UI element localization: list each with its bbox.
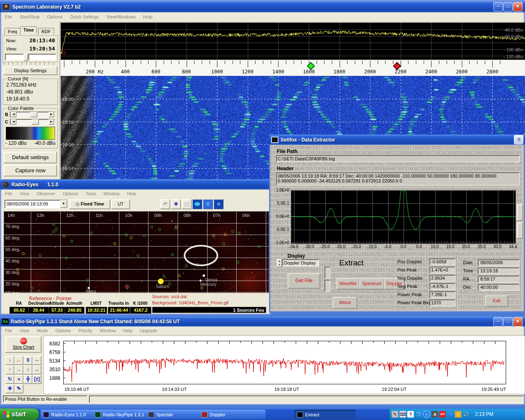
time-slider-thumb[interactable] [23,54,28,61]
display-mode-select[interactable]: Doppler Display [282,259,319,266]
menu-item-file[interactable]: File [1,13,16,21]
camera-icon[interactable] [431,411,438,418]
menu-item-help[interactable]: Help [123,190,140,197]
menu-item-priority[interactable]: Priority [75,327,96,334]
exit-button[interactable]: Exit [485,295,508,307]
task-button-doppler[interactable]: Doppler [199,410,265,419]
skypipe-minimize-button[interactable]: – [493,317,503,326]
scroll-left-icon[interactable]: ← [14,356,23,365]
menu-item-options[interactable]: Options [59,190,82,197]
skypipe-titlebar[interactable]: SA Radio-SkyPipe 1.3.1 Stand Alone New C… [0,317,525,326]
ut-button[interactable]: UT [111,199,130,209]
display-icon[interactable]: ❐ [415,411,422,418]
palette-b-slider[interactable]: ◄ ► [10,112,55,118]
menu-item-observer[interactable]: Observer [33,190,59,197]
stop-chart-button[interactable]: STOP Stop Chart [5,336,41,353]
undo-view-button[interactable]: ↶ [160,199,170,209]
globe-grid-button[interactable]: ⊕ [214,199,224,209]
menu-item-options[interactable]: Options [52,327,75,334]
volume-icon[interactable]: 🔊 [463,411,469,418]
scroll-right-icon[interactable]: → [14,365,23,374]
beam-ellipse-button[interactable] [192,199,202,209]
select-region-button[interactable]: ▢️ [182,199,192,209]
compress-horizontal-icon[interactable]: ↔ [32,365,41,374]
display-spinner[interactable]: ▲ ▼ [277,259,281,267]
display-slider-bottom[interactable] [324,280,330,292]
scroll-up-icon[interactable]: ↑ [5,365,14,374]
minimize-button[interactable]: – [493,2,503,11]
task-button-radio-eyes-1-1-0[interactable]: Radio-Eyes 1.1.0 [41,410,96,419]
scroll-down-icon[interactable]: ↓ [5,356,14,365]
chevron-down-icon[interactable]: ▼ [60,200,67,208]
datetime-select[interactable]: 08/05/2006 18:13:09 ▼ [5,200,68,208]
get-file-button[interactable]: Get File [288,273,320,289]
sky-map[interactable]: 14h13h12h11h10h09h08h07h06h70 deg.60 deg… [4,211,269,293]
menu-item-options[interactable]: Options [43,13,66,21]
source-list-button[interactable]: ☰ [203,199,213,209]
skypipe-close-button[interactable]: ✕ [513,317,523,326]
wavefile-button[interactable]: Wavefile [336,278,360,290]
voice-icon[interactable]: ✎ [392,411,398,418]
replot-icon[interactable]: ↻ [5,375,14,384]
pan-crosshair-button[interactable]: ✥ [171,199,181,209]
menu-item-window[interactable]: Window [96,327,119,334]
menu-item-start-stop[interactable]: Start/Stop [16,13,43,21]
expand-horizontal-icon[interactable]: ⇔ [32,356,41,365]
menu-item-tools[interactable]: Tools [82,190,100,197]
expand-vertical-icon[interactable]: ⇕ [23,356,32,365]
menu-item-view-windows[interactable]: View/Windows [103,13,139,21]
task-button-extract[interactable]: Extract [294,410,355,419]
pan-icon[interactable]: ✤ [5,384,14,393]
collapse-chevron-icon[interactable]: ‹ [423,411,430,418]
menu-item-upgrade[interactable]: Upgrade [136,327,161,334]
zoom-z-icon[interactable]: [z] [32,375,41,384]
palette-c-slider[interactable]: ◄ ► [10,119,55,125]
start-button[interactable]: start [0,409,39,420]
maximize-button[interactable]: □ [503,2,513,11]
edit-box-icon[interactable]: ✎ [14,384,23,393]
menu-item-help[interactable]: Help [119,327,136,334]
capture-now-button[interactable]: Capture now [4,165,57,176]
fixed-time-button[interactable]: ◷ Fixed Time [69,199,110,209]
setifox-titlebar[interactable]: Setifox - Data Extractor ✕ [269,135,525,145]
lock-icon[interactable]: ⚿ [455,411,461,418]
frequency-ruler[interactable]: 200 Hz4006008001000120014001600180020002… [61,59,525,76]
setifox-close-button[interactable]: ✕ [514,135,523,144]
default-settings-button[interactable]: Default settings [4,152,57,163]
display-settings-button[interactable]: Display Settings [3,66,57,75]
doppler-plot[interactable] [291,190,516,244]
menu-item-mode[interactable]: Mode [33,327,52,334]
task-button-speclab[interactable]: Speclab [146,410,202,419]
tab-freq[interactable]: Freq [5,28,21,35]
time-slider-track-right[interactable] [28,54,56,60]
tab-time[interactable]: Time [20,26,37,33]
help-icon[interactable]: ? [407,411,414,418]
plot-scrollbar-up[interactable] [517,204,523,221]
strip-chart[interactable] [63,341,506,384]
menu-item-file[interactable]: File [1,190,16,197]
menu-item-help[interactable]: Help [139,13,156,21]
menu-item-file[interactable]: File [1,327,16,334]
spectrum-button[interactable]: Spectrum [359,278,384,290]
file-path-field[interactable]: C:\SETI Data\C0FA9FB6.log [276,155,520,162]
ime-icon[interactable]: ⌨ [399,411,406,418]
crosshair-icon[interactable]: ╋ [23,375,32,384]
spectrum-graph[interactable]: -40.0 dBu-60.0 dBu- 100 dBu- 120 dBu [61,23,525,59]
display-slider-top[interactable] [324,267,330,279]
spectrum-lab-titlebar[interactable]: ⚛ Spectrum Laboratory V2.7 b2 – □ ✕ [0,1,525,12]
skypipe-maximize-button[interactable]: □ [503,317,513,326]
menu-item-window[interactable]: Window [100,190,123,197]
menu-item-view[interactable]: View [16,190,33,197]
menu-item-quick-settings[interactable]: Quick Settings [66,13,103,21]
plot-scrollbar-down[interactable] [517,222,523,239]
menu-item-view[interactable]: View [16,327,33,334]
about-button[interactable]: About [333,297,357,309]
graphics-icon[interactable]: ▼ [447,411,454,418]
close-button[interactable]: ✕ [513,2,523,11]
ati-icon[interactable]: ATI [439,411,446,418]
compress-vertical-icon[interactable]: ↕ [23,365,32,374]
radio-eyes-titlebar[interactable]: Radio-Eyes 1.1.0 [0,179,271,189]
fast-forward-icon[interactable]: » [14,375,23,384]
task-button-radio-skypipe-1-3-1[interactable]: Radio-SkyPipe 1.3.1 ... [92,410,149,419]
tab-rdf[interactable]: RDF [38,28,54,35]
